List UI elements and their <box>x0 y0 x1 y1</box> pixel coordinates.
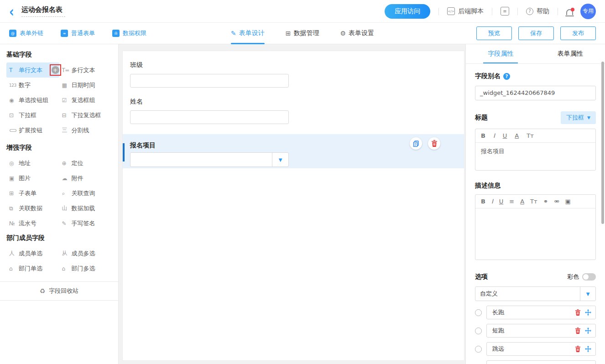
notification-bell-icon[interactable] <box>566 9 573 15</box>
link-icon[interactable]: ⚭ <box>543 198 548 205</box>
title-editor: B I U A Tт 报名项目 <box>475 129 596 171</box>
description-editor: B I U ≡ A Tт ⚭ ⚮ ▣ <box>475 194 596 260</box>
sidebar-item-number[interactable]: 123 数字 <box>6 78 59 93</box>
delete-option-button[interactable] <box>575 328 581 334</box>
help-button[interactable]: ? 帮助 <box>526 7 549 16</box>
delete-field-button[interactable] <box>428 137 440 150</box>
italic-icon[interactable]: I <box>493 132 495 139</box>
sidebar-item-serial-number[interactable]: № 流水号 <box>6 216 59 231</box>
copy-icon <box>413 140 419 147</box>
form-field-event-selected[interactable]: 报名项目 ▼ <box>123 134 464 168</box>
normal-form-link[interactable]: ≡ 普通表单 <box>61 29 95 37</box>
option-input[interactable]: 铅球 <box>486 360 596 364</box>
sidebar-item-subform[interactable]: ⊞ 子表单 <box>6 186 59 201</box>
option-radio[interactable] <box>475 328 482 334</box>
move-option-handle[interactable] <box>585 309 591 316</box>
bold-icon[interactable]: B <box>481 132 485 139</box>
form-field-name[interactable]: 姓名 <box>123 88 464 124</box>
sidebar-item-divider-line[interactable]: 三 分割线 <box>59 123 112 138</box>
move-option-handle[interactable] <box>585 328 591 334</box>
field-alias-input[interactable]: _widget_1624420667849 <box>475 86 596 100</box>
sidebar-item-image[interactable]: ▣ 图片 <box>6 171 59 186</box>
tab-form-design[interactable]: ✎ 表单设计 <box>231 23 265 44</box>
data-permission-link[interactable]: ılı 数据权限 <box>112 29 146 37</box>
insert-image-icon[interactable]: ▣ <box>565 198 570 205</box>
add-field-icon[interactable]: + <box>52 66 59 74</box>
font-size-icon[interactable]: Tт <box>527 132 534 139</box>
panel-scrollbar[interactable] <box>601 62 604 224</box>
delete-option-button[interactable] <box>575 346 581 352</box>
form-external-link[interactable]: @ 表单外链 <box>9 29 43 37</box>
form-card: 班级 姓名 报名项目 ▼ <box>122 51 464 361</box>
sidebar-item-address[interactable]: ◎ 地址 <box>6 156 59 171</box>
save-button[interactable]: 保存 <box>518 26 554 40</box>
link-label: 数据权限 <box>123 29 146 37</box>
bold-icon[interactable]: B <box>481 198 485 205</box>
sidebar-item-dropdown-multi[interactable]: ⊟ 下拉复选框 <box>59 108 112 123</box>
tab-field-properties[interactable]: 字段属性 <box>466 44 536 63</box>
id-card-icon[interactable]: ≡ <box>501 7 509 16</box>
tab-form-properties[interactable]: 表单属性 <box>536 44 605 63</box>
sidebar-item-department-single[interactable]: ⌂ 部门单选 <box>6 261 59 276</box>
sidebar-item-extend-button[interactable]: ⊂⊃ 扩展按钮 <box>6 123 59 138</box>
publish-button[interactable]: 发布 <box>560 26 596 40</box>
option-input[interactable]: 长跑 <box>486 306 596 319</box>
font-color-icon[interactable]: A <box>520 198 524 205</box>
option-radio[interactable] <box>475 346 482 353</box>
form-design-icon: ✎ <box>231 30 236 37</box>
font-size-icon[interactable]: Tт <box>530 198 537 205</box>
option-input[interactable]: 短跑 <box>486 324 596 338</box>
sidebar-item-relation-query[interactable]: ⌕ 关联查询 <box>59 186 112 201</box>
name-text-input[interactable] <box>130 110 289 124</box>
option-radio[interactable] <box>475 309 482 316</box>
sidebar-item-single-line-text[interactable]: T 单行文本 + <box>6 62 59 78</box>
sidebar-item-department-multi[interactable]: ⌂ 部门多选 <box>59 261 112 276</box>
italic-icon[interactable]: I <box>491 198 493 205</box>
sidebar-item-attachment[interactable]: ☁ 附件 <box>59 171 112 186</box>
top-header: ‹ 运动会报名表 应用访问 </> 后端脚本 ≡ ? 帮助 专用 <box>0 0 605 23</box>
copy-field-button[interactable] <box>410 137 422 150</box>
description-editor-content[interactable] <box>475 208 595 260</box>
back-icon[interactable]: ‹ <box>9 5 14 18</box>
underline-icon[interactable]: U <box>499 198 504 205</box>
backend-script-button[interactable]: </> 后端脚本 <box>447 7 484 16</box>
move-option-handle[interactable] <box>585 346 591 352</box>
class-text-input[interactable] <box>130 74 289 88</box>
preview-button[interactable]: 预览 <box>476 26 512 40</box>
option-row: 铅球 <box>475 360 596 364</box>
title-editor-content[interactable]: 报名项目 <box>475 143 595 170</box>
sidebar-item-multi-line-text[interactable]: T= 多行文本 <box>59 62 112 78</box>
move-icon <box>585 346 591 352</box>
color-toggle[interactable] <box>582 273 596 281</box>
sidebar-item-dropdown[interactable]: ⊡ 下拉框 <box>6 108 59 123</box>
field-label: 姓名 <box>130 98 464 106</box>
sidebar-item-data-load[interactable]: 山 数据加载 <box>59 201 112 216</box>
field-recycle-bin[interactable]: ♻ 字段回收站 <box>0 281 118 301</box>
sidebar-item-radio-group[interactable]: ◉ 单选按钮组 <box>6 93 59 108</box>
field-type-dropdown[interactable]: 下拉框 ▼ <box>561 111 596 124</box>
tab-data-management[interactable]: ⊞ 数据管理 <box>286 23 319 44</box>
event-dropdown[interactable]: ▼ <box>130 152 289 167</box>
sidebar-item-signature[interactable]: ✎ 手写签名 <box>59 216 112 231</box>
form-title[interactable]: 运动会报名表 <box>21 5 65 17</box>
help-question-icon[interactable]: ? <box>503 73 510 80</box>
sidebar-item-relation-data[interactable]: ⧉ 关联数据 <box>6 201 59 216</box>
tab-form-settings[interactable]: ⚙ 表单设置 <box>340 23 374 44</box>
sidebar-item-datetime[interactable]: ▦ 日期时间 <box>59 78 112 93</box>
sidebar-item-member-single[interactable]: 人 成员单选 <box>6 246 59 261</box>
font-color-icon[interactable]: A <box>515 132 519 139</box>
avatar[interactable]: 专用 <box>580 4 596 19</box>
sidebar-item-geolocation[interactable]: ⊕ 定位 <box>59 156 112 171</box>
section-title: 增强字段 <box>6 144 112 152</box>
underline-icon[interactable]: U <box>503 132 507 139</box>
unlink-icon[interactable]: ⚮ <box>554 198 559 205</box>
app-access-button[interactable]: 应用访问 <box>385 4 430 19</box>
align-icon[interactable]: ≡ <box>509 198 514 205</box>
sidebar-item-checkbox-group[interactable]: ☑ 复选框组 <box>59 93 112 108</box>
option-source-dropdown[interactable]: 自定义 ▼ <box>475 286 596 301</box>
delete-option-button[interactable] <box>575 309 581 316</box>
sidebar-item-member-multi[interactable]: 从 成员多选 <box>59 246 112 261</box>
option-input[interactable]: 跳远 <box>486 342 596 356</box>
form-field-class[interactable]: 班级 <box>123 51 464 88</box>
description-editor-toolbar: B I U ≡ A Tт ⚭ ⚮ ▣ <box>475 195 595 208</box>
